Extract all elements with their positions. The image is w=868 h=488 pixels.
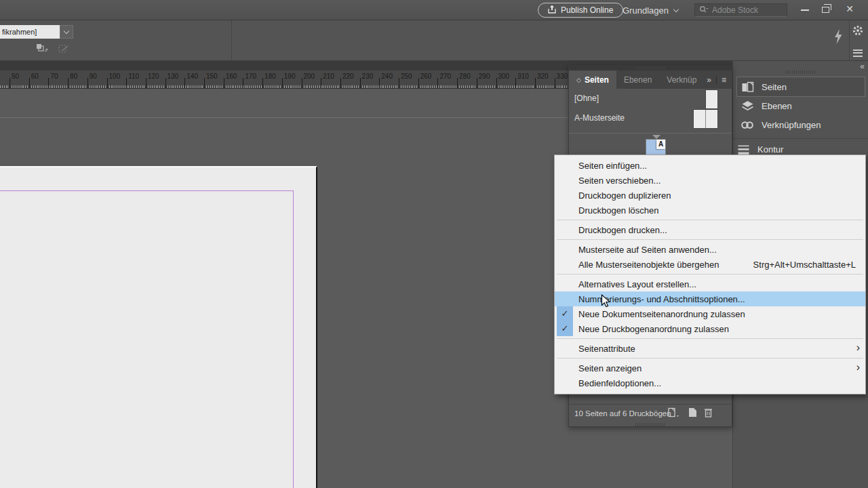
page-master-badge: A xyxy=(656,140,665,149)
checkmark-icon xyxy=(557,291,573,306)
panel-collapse-diamond-icon: ◇ xyxy=(576,77,581,83)
indesign-window: Publish Online Grundlagen ✕ fikrahmen] xyxy=(0,0,868,488)
context-menu-item[interactable]: Neue Druckbogenanordnung zulassen › xyxy=(555,321,865,336)
menu-item-shortcut: Strg+Alt+Umschalttaste+L xyxy=(753,260,865,270)
pages-status-bar: 10 Seiten auf 6 Druckbögen xyxy=(569,404,732,422)
mouse-cursor xyxy=(601,294,611,311)
toolbar-divider xyxy=(231,20,232,61)
checkmark-icon xyxy=(557,361,573,375)
dock-panel-item[interactable]: Seiten xyxy=(737,77,865,96)
gear-icon[interactable] xyxy=(852,24,864,39)
submenu-arrow-icon: › xyxy=(856,361,860,375)
menu-item-label: Bedienfeldoptionen... xyxy=(578,378,661,388)
context-menu-item[interactable]: Alternatives Layout erstellen... › xyxy=(555,277,865,291)
panel-icon xyxy=(741,100,754,112)
context-menu-item[interactable]: Druckbogen löschen › xyxy=(555,203,865,218)
master-page-thumbnail[interactable] xyxy=(706,90,717,108)
workspace-switcher[interactable]: Grundlagen xyxy=(623,3,678,18)
context-menu-item[interactable]: Alle Musterseitenobjekte übergehen Strg+… xyxy=(555,257,865,272)
hamburger-menu-icon[interactable] xyxy=(853,47,863,58)
adobe-stock-search[interactable] xyxy=(694,3,787,17)
menu-item-label: Alle Musterseitenobjekte übergehen xyxy=(578,260,719,270)
document-page[interactable] xyxy=(0,166,317,488)
checkmark-icon xyxy=(557,257,573,272)
context-menu-item[interactable]: Musterseite auf Seiten anwenden... › xyxy=(555,242,865,257)
edit-page-size-icon[interactable] xyxy=(668,407,682,420)
context-menu-item[interactable]: Seitenattribute › xyxy=(555,341,865,356)
panel-icon xyxy=(741,81,754,93)
menu-item-label: Druckbogen löschen xyxy=(578,205,659,216)
panel-overflow-icon[interactable]: » xyxy=(707,75,711,85)
master-page-thumbnail[interactable] xyxy=(694,110,717,128)
minimize-button[interactable] xyxy=(795,0,815,18)
context-menu-item[interactable]: › xyxy=(555,237,865,242)
context-menu-item[interactable]: Bedienfeldoptionen... › xyxy=(555,375,865,390)
spread-marker-triangle-icon xyxy=(652,135,660,139)
checkmark-icon xyxy=(557,158,573,173)
dock-panel-item[interactable]: Ebenen xyxy=(737,96,865,115)
close-button[interactable]: ✕ xyxy=(840,0,860,18)
frame-fitting-icon[interactable] xyxy=(58,43,70,57)
restore-button[interactable] xyxy=(815,0,835,18)
panel-drag-strip[interactable] xyxy=(569,65,732,70)
pages-panel-context-menu: Seiten einfügen... › Seiten verschieben.… xyxy=(554,155,866,394)
context-menu-item[interactable]: Seiten einfügen... › xyxy=(555,158,865,173)
collapse-panels-icon[interactable]: « xyxy=(860,62,864,71)
context-menu-item[interactable]: › xyxy=(555,356,865,361)
panel-tab-label: Seiten xyxy=(585,75,609,85)
margin-guide-vertical xyxy=(293,190,294,488)
panel-tab[interactable]: ◇ Ebenen xyxy=(616,70,659,89)
context-menu-item[interactable]: Druckbogen drucken... › xyxy=(555,222,865,237)
panel-label: Kontur xyxy=(757,144,783,155)
checkmark-icon xyxy=(557,188,573,203)
dock-grip[interactable] xyxy=(786,70,816,74)
toolbar-divider xyxy=(849,20,850,61)
panel-icon xyxy=(736,143,750,155)
master-page-row[interactable]: A-Musterseite xyxy=(569,108,732,128)
checkmark-icon xyxy=(557,203,573,218)
panel-menu-icon[interactable]: ≡ xyxy=(722,75,726,85)
search-icon xyxy=(699,4,709,16)
checkmark-icon xyxy=(557,321,573,336)
dock-panel-item[interactable]: Verknüpfungen xyxy=(737,115,865,134)
panel-divider xyxy=(569,133,732,134)
publish-online-label: Publish Online xyxy=(561,5,613,15)
lightning-cc-libraries-icon[interactable] xyxy=(833,28,844,47)
context-menu-item[interactable]: Druckbogen duplizieren › xyxy=(555,188,865,203)
panel-resize-grip[interactable] xyxy=(569,422,732,427)
checkmark-icon xyxy=(557,277,573,291)
menu-item-label: Druckbogen duplizieren xyxy=(578,190,671,201)
checkmark-icon xyxy=(557,173,573,188)
context-menu-item[interactable]: › xyxy=(555,218,865,222)
master-page-row[interactable]: [Ohne] xyxy=(569,89,732,108)
new-page-icon[interactable] xyxy=(688,407,697,420)
tab-divider xyxy=(716,76,717,84)
panel-tab-label: Ebenen xyxy=(624,75,652,85)
menu-item-label: Druckbogen drucken... xyxy=(578,225,667,235)
checkmark-icon xyxy=(557,341,573,356)
submenu-arrow-icon: › xyxy=(856,341,860,356)
select-container-icon[interactable] xyxy=(36,43,48,57)
object-style-dropdown[interactable]: fikrahmen] xyxy=(0,25,60,39)
pages-count-status: 10 Seiten auf 6 Druckbögen xyxy=(574,409,671,418)
panel-label: Verknüpfungen xyxy=(762,120,821,130)
panel-tab[interactable]: ◇ Verknüp xyxy=(659,70,704,89)
checkmark-icon xyxy=(557,375,573,390)
panel-label: Seiten xyxy=(762,82,787,92)
menu-item-label: Musterseite auf Seiten anwenden... xyxy=(578,245,717,255)
search-input[interactable] xyxy=(712,5,783,15)
publish-online-button[interactable]: Publish Online xyxy=(538,3,623,18)
chevron-down-icon xyxy=(673,6,679,12)
panel-tab[interactable]: ◇ Seiten xyxy=(569,70,616,89)
checkmark-icon xyxy=(557,306,573,321)
context-menu-item[interactable]: Seiten anzeigen › xyxy=(555,361,865,375)
margin-guide-horizontal xyxy=(0,190,293,191)
menu-item-label: Seiten verschieben... xyxy=(578,176,660,186)
context-menu-item[interactable]: › xyxy=(555,336,865,341)
delete-page-trash-icon[interactable] xyxy=(704,407,713,420)
context-menu-item[interactable]: › xyxy=(555,272,865,277)
context-menu-item[interactable]: Seiten verschieben... › xyxy=(555,173,865,188)
master-page-label: A-Musterseite xyxy=(574,113,625,123)
object-style-dropdown-button[interactable] xyxy=(60,25,73,39)
chevron-down-icon xyxy=(64,28,69,33)
